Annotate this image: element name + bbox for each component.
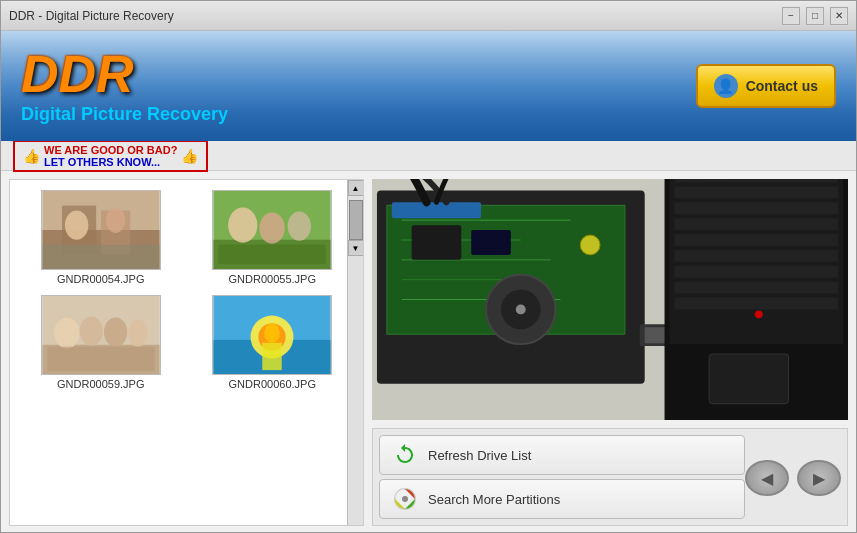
svg-rect-58	[707, 179, 715, 180]
svg-point-41	[516, 304, 526, 314]
list-item[interactable]: GNDR00059.JPG	[20, 295, 182, 390]
file-list: GNDR00054.JPG GNDR00055.JPG	[10, 180, 363, 525]
file-name: GNDR00060.JPG	[229, 378, 316, 390]
app-subtitle: Digital Picture Recovery	[21, 104, 228, 125]
list-item[interactable]: GNDR00054.JPG	[20, 190, 182, 285]
search-partition-icon	[392, 486, 418, 512]
svg-rect-46	[674, 179, 838, 182]
svg-rect-6	[42, 245, 159, 269]
list-item[interactable]: GNDR00055.JPG	[192, 190, 354, 285]
scroll-down-button[interactable]: ▼	[348, 240, 364, 256]
svg-point-4	[65, 211, 88, 240]
minimize-button[interactable]: −	[782, 7, 800, 25]
refresh-icon	[392, 442, 418, 468]
svg-point-17	[104, 317, 127, 346]
svg-rect-51	[674, 250, 838, 262]
svg-rect-35	[412, 225, 462, 260]
svg-point-38	[580, 235, 600, 255]
refresh-label: Refresh Drive List	[428, 448, 531, 463]
rating-text-line1: WE ARE GOOD OR BAD?	[44, 144, 177, 156]
contact-button[interactable]: 👤 Contact us	[696, 64, 836, 108]
list-item[interactable]: GNDR00060.JPG	[192, 295, 354, 390]
svg-point-10	[260, 212, 285, 243]
search-partitions-button[interactable]: Search More Partitions	[379, 479, 745, 519]
svg-rect-12	[219, 245, 326, 265]
file-panel: GNDR00054.JPG GNDR00055.JPG	[9, 179, 364, 526]
window-controls: − □ ✕	[782, 7, 848, 25]
file-name: GNDR00059.JPG	[57, 378, 144, 390]
preview-area	[372, 179, 848, 420]
svg-point-5	[106, 208, 126, 233]
file-thumbnail	[41, 190, 161, 270]
svg-point-24	[264, 323, 280, 343]
main-content: GNDR00054.JPG GNDR00055.JPG	[1, 171, 856, 533]
svg-rect-52	[674, 266, 838, 278]
header-branding: DDR Digital Picture Recovery	[21, 48, 228, 125]
forward-button[interactable]: ▶	[797, 460, 841, 496]
scroll-thumb[interactable]	[349, 200, 363, 240]
file-name: GNDR00055.JPG	[229, 273, 316, 285]
svg-rect-55	[677, 179, 685, 180]
app-header: DDR Digital Picture Recovery 👤 Contact u…	[1, 31, 856, 141]
scrollbar[interactable]: ▲ ▼	[347, 180, 363, 525]
rating-badge: 👍 WE ARE GOOD OR BAD? LET OTHERS KNOW...…	[13, 140, 208, 172]
svg-rect-50	[674, 234, 838, 246]
nav-controls: ◀ ▶	[745, 460, 841, 496]
scroll-up-button[interactable]: ▲	[348, 180, 364, 196]
title-bar: DDR - Digital Picture Recovery − □ ✕	[1, 1, 856, 31]
thumb-icon-right: 👍	[181, 148, 198, 164]
svg-rect-36	[471, 230, 511, 255]
action-bar: Refresh Drive List	[372, 428, 848, 526]
svg-point-18	[128, 319, 148, 346]
svg-rect-19	[47, 347, 154, 371]
svg-rect-54	[674, 298, 838, 310]
search-label: Search More Partitions	[428, 492, 560, 507]
svg-point-15	[54, 317, 79, 348]
svg-rect-53	[674, 282, 838, 294]
file-thumbnail	[41, 295, 161, 375]
right-panel: Refresh Drive List	[364, 171, 856, 533]
svg-rect-48	[674, 202, 838, 214]
svg-rect-60	[709, 354, 788, 404]
svg-point-16	[79, 316, 102, 345]
rating-text-line2: LET OTHERS KNOW...	[44, 156, 177, 168]
svg-point-11	[288, 211, 311, 240]
contact-icon: 👤	[714, 74, 738, 98]
rating-banner[interactable]: 👍 WE ARE GOOD OR BAD? LET OTHERS KNOW...…	[1, 141, 856, 171]
svg-rect-59	[717, 179, 725, 180]
window-title: DDR - Digital Picture Recovery	[9, 9, 174, 23]
svg-point-61	[755, 310, 763, 318]
back-button[interactable]: ◀	[745, 460, 789, 496]
svg-point-9	[228, 208, 257, 243]
svg-point-63	[402, 496, 408, 502]
maximize-button[interactable]: □	[806, 7, 824, 25]
file-thumbnail	[212, 190, 332, 270]
svg-rect-47	[674, 186, 838, 198]
svg-rect-57	[697, 179, 705, 180]
svg-rect-25	[263, 343, 283, 370]
file-thumbnail	[212, 295, 332, 375]
thumb-icon-left: 👍	[23, 148, 40, 164]
refresh-button[interactable]: Refresh Drive List	[379, 435, 745, 475]
file-name: GNDR00054.JPG	[57, 273, 144, 285]
close-button[interactable]: ✕	[830, 7, 848, 25]
svg-rect-56	[687, 179, 695, 180]
svg-rect-49	[674, 218, 838, 230]
app-logo: DDR	[21, 48, 228, 100]
